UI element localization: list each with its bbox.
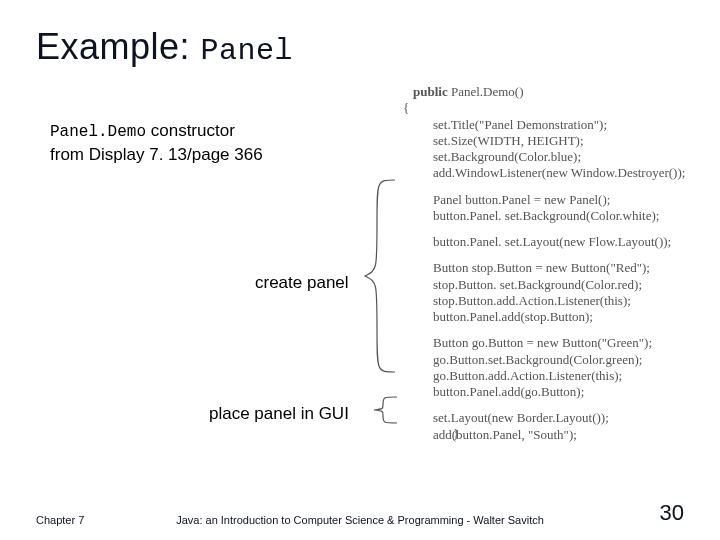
code-line: button.Panel.add(stop.Button); [433, 309, 685, 325]
caption-mono: Panel.Demo [50, 123, 146, 141]
code-line: set.Background(Color.blue); [433, 149, 685, 165]
code-line: button.Panel.add(go.Button); [433, 384, 685, 400]
caption-rest1: constructor [146, 121, 235, 140]
caption: Panel.Demo constructor from Display 7. 1… [50, 120, 263, 167]
brace-small-icon [369, 395, 403, 425]
code-line: go.Button.add.Action.Listener(this); [433, 368, 685, 384]
page-number: 30 [660, 500, 684, 526]
code-block: public Panel.Demo() { set.Title("Panel D… [413, 84, 685, 443]
code-line: button.Panel. set.Layout(new Flow.Layout… [433, 234, 685, 250]
title-mono: Panel [201, 34, 294, 68]
code-line: add(button.Panel, "South"); [433, 427, 685, 443]
code-line: set.Title("Panel Demonstration"); [433, 117, 685, 133]
title-prefix: Example: [36, 26, 201, 67]
label-place-panel: place panel in GUI [209, 404, 349, 424]
brace-large-icon [361, 178, 405, 374]
label-create-panel: create panel [255, 273, 349, 293]
keyword: public [413, 84, 448, 99]
code-line: button.Panel. set.Background(Color.white… [433, 208, 685, 224]
code-line: public Panel.Demo() [413, 84, 685, 100]
code-line: { [403, 100, 685, 116]
footer-citation: Java: an Introduction to Computer Scienc… [0, 514, 720, 526]
code-line: go.Button.set.Background(Color.green); [433, 352, 685, 368]
code-line: Button stop.Button = new Button("Red"); [433, 260, 685, 276]
code-line: add.WindowListener(new Window.Destroyer(… [433, 165, 685, 181]
caption-line2: from Display 7. 13/page 366 [50, 145, 263, 164]
slide-title: Example: Panel [36, 26, 293, 68]
code-line: set.Size(WIDTH, HEIGHT); [433, 133, 685, 149]
code-line: } [453, 426, 459, 442]
code-line: set.Layout(new Border.Layout()); [433, 410, 685, 426]
code-line: stop.Button.add.Action.Listener(this); [433, 293, 685, 309]
code-line: Panel button.Panel = new Panel(); [433, 192, 685, 208]
code-line: Button go.Button = new Button("Green"); [433, 335, 685, 351]
code-line: stop.Button. set.Background(Color.red); [433, 277, 685, 293]
